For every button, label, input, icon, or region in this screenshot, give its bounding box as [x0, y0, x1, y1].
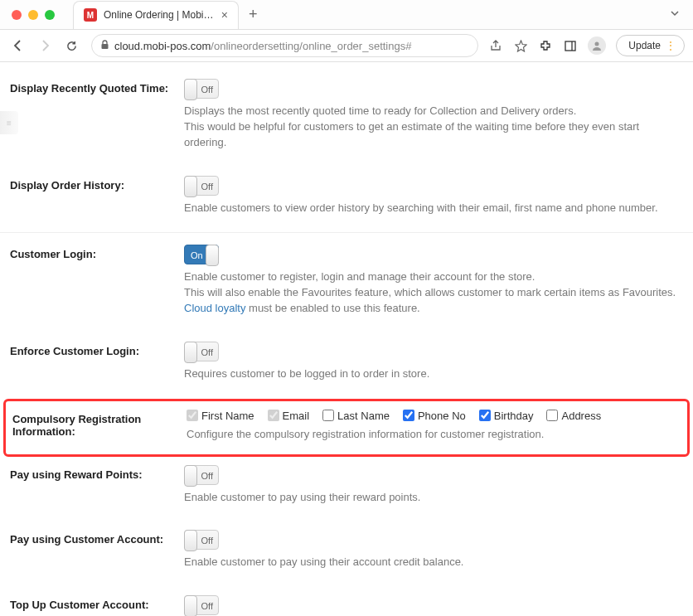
update-button[interactable]: Update ⋮ [616, 35, 685, 56]
checkbox-phone[interactable]: Phone No [403, 410, 466, 422]
reward-points-toggle[interactable]: Off [184, 465, 219, 485]
lock-icon [100, 40, 109, 51]
checkbox-first-name[interactable]: First Name [187, 410, 254, 422]
new-tab-button[interactable]: + [239, 6, 268, 23]
display-order-history-row: Display Order History: Off Enable custom… [0, 167, 693, 233]
forward-button[interactable] [35, 36, 55, 56]
toolbar: cloud.mobi-pos.com/onlineordersetting/on… [0, 30, 693, 61]
help-text: Enable customers to view order history b… [184, 201, 683, 216]
customer-login-row: Customer Login: On Enable customer to re… [0, 232, 693, 333]
share-icon[interactable] [488, 38, 503, 53]
setting-label: Pay using Customer Account: [10, 530, 184, 570]
minimize-window-button[interactable] [28, 10, 38, 20]
back-button[interactable] [8, 36, 28, 56]
help-text: Requires customer to be logged in to ord… [184, 366, 683, 382]
setting-label: Customer Login: [10, 245, 184, 317]
customer-account-toggle[interactable]: Off [184, 530, 219, 550]
customer-account-row: Pay using Customer Account: Off Enable c… [0, 521, 693, 587]
checkbox-email[interactable]: Email [268, 410, 310, 422]
favicon: M [84, 8, 97, 22]
extensions-icon[interactable] [538, 38, 553, 53]
setting-label: Display Recently Quoted Time: [10, 79, 184, 151]
reward-points-row: Pay using Reward Points: Off Enable cust… [0, 457, 693, 522]
tab-title: Online Ordering | MobiPOS [104, 9, 215, 21]
setting-label: Pay using Reward Points: [10, 465, 184, 506]
setting-label: Enforce Customer Login: [10, 342, 184, 382]
reload-button[interactable] [61, 36, 81, 56]
window-controls [0, 10, 66, 20]
checkbox-last-name[interactable]: Last Name [322, 410, 390, 422]
checkbox-list: First Name Email Last Name Phone No Birt… [187, 410, 681, 422]
svg-rect-1 [565, 41, 575, 51]
help-text: Enable customer to pay using their rewar… [184, 490, 683, 506]
settings-content: Display Recently Quoted Time: Off Displa… [0, 62, 693, 616]
checkbox-birthday[interactable]: Birthday [479, 410, 534, 422]
svg-rect-0 [102, 44, 109, 49]
help-text: Enable customer to register, login and m… [184, 269, 683, 317]
help-text: Displays the most recently quoted time t… [184, 104, 683, 151]
help-text: Enable customer to pay using their accou… [184, 555, 683, 570]
cloud-loyalty-link[interactable]: Cloud loyalty [184, 302, 245, 314]
checkbox-address[interactable]: Address [546, 410, 601, 422]
bookmark-icon[interactable] [513, 38, 528, 53]
side-tab-handle[interactable]: ≡ [0, 111, 18, 134]
sidepanel-icon[interactable] [563, 38, 578, 53]
address-bar[interactable]: cloud.mobi-pos.com/onlineordersetting/on… [91, 34, 478, 57]
customer-login-toggle[interactable]: On [184, 245, 219, 264]
quoted-time-toggle[interactable]: Off [184, 79, 219, 99]
close-window-button[interactable] [12, 10, 22, 20]
tab-list-button[interactable] [657, 8, 693, 21]
setting-label: Compulsory Registration Information: [12, 410, 187, 443]
setting-label: Top Up Customer Account: [10, 595, 184, 616]
tab-close-icon[interactable]: × [221, 8, 228, 22]
maximize-window-button[interactable] [45, 10, 55, 20]
setting-label: Display Order History: [10, 176, 184, 216]
title-bar: M Online Ordering | MobiPOS × + [0, 0, 693, 30]
display-quoted-time-row: Display Recently Quoted Time: Off Displa… [0, 70, 693, 167]
enforce-login-toggle[interactable]: Off [184, 342, 219, 361]
help-text: Configure the compulsory registration in… [187, 427, 681, 443]
url-text: cloud.mobi-pos.com/onlineordersetting/on… [114, 40, 411, 52]
browser-tab[interactable]: M Online Ordering | MobiPOS × [73, 1, 239, 29]
svg-point-3 [595, 42, 599, 46]
toolbar-icons: Update ⋮ [488, 35, 685, 56]
compulsory-registration-row: Compulsory Registration Information: Fir… [6, 401, 687, 454]
profile-icon[interactable] [588, 36, 606, 55]
browser-chrome: M Online Ordering | MobiPOS × + cloud.mo… [0, 0, 693, 62]
compulsory-registration-highlight: Compulsory Registration Information: Fir… [3, 399, 690, 457]
topup-account-row: Top Up Customer Account: Off Allow custo… [0, 587, 693, 616]
menu-dots-icon: ⋮ [666, 40, 674, 51]
order-history-toggle[interactable]: Off [184, 176, 219, 196]
topup-account-toggle[interactable]: Off [184, 595, 219, 615]
enforce-login-row: Enforce Customer Login: Off Requires cus… [0, 333, 693, 399]
